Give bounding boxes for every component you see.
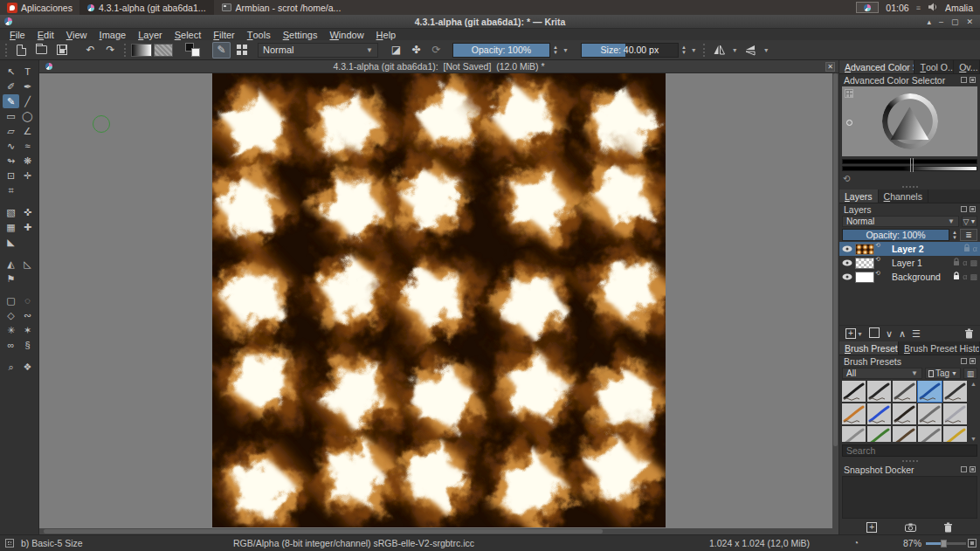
vertical-scrollbar[interactable] xyxy=(832,73,839,528)
brush-preset-5[interactable] xyxy=(943,381,967,402)
layer-visibility-toggle[interactable] xyxy=(842,272,852,282)
brush-preset-14[interactable] xyxy=(918,426,942,442)
color-slider-1[interactable] xyxy=(842,159,977,164)
layers-header[interactable]: Layers xyxy=(839,203,980,215)
zoom-slider[interactable] xyxy=(926,542,966,545)
tool-pattern-edit[interactable]: ▦ xyxy=(3,220,19,234)
layer-row-background[interactable]: ⟲Backgroundα▩ xyxy=(839,270,980,284)
tool-rectangular-select[interactable]: ▢ xyxy=(3,293,19,307)
color-reset-icon[interactable]: ⟲ xyxy=(843,174,850,183)
float-docker-icon[interactable] xyxy=(961,466,967,472)
tool-dynamic-brush[interactable]: ↬ xyxy=(3,154,19,168)
fg-bg-color-button[interactable] xyxy=(183,42,202,59)
brush-preset-4[interactable] xyxy=(918,381,942,402)
shade-button[interactable]: ▴ xyxy=(927,17,931,26)
tool-fill[interactable]: ◣ xyxy=(3,235,19,249)
alpha-lock-icon[interactable]: α xyxy=(963,258,967,267)
save-button[interactable] xyxy=(52,42,71,59)
tool-measure[interactable]: ◺ xyxy=(19,257,36,271)
eraser-mode-button[interactable]: ◪ xyxy=(387,42,405,59)
layer-row-layer-1[interactable]: ⟲Layer 1α▩ xyxy=(839,256,980,270)
tool-similar-color-select[interactable]: ✳ xyxy=(3,323,19,337)
color-selector-wheel[interactable] xyxy=(842,86,977,156)
blending-mode-select[interactable]: Normal ▼ xyxy=(258,43,378,58)
alpha-lock-icon[interactable]: α xyxy=(963,272,967,281)
move-layer-down-button[interactable]: ∨ xyxy=(886,328,893,340)
brush-preset-2[interactable] xyxy=(867,381,891,402)
layer-properties-button[interactable]: ☰ xyxy=(912,328,921,340)
redo-button[interactable]: ↷ xyxy=(101,42,120,59)
tool-transform[interactable]: ⊡ xyxy=(3,169,19,183)
layer-styles-icon[interactable]: ▩ xyxy=(970,272,977,281)
tool-polyline[interactable]: ∠ xyxy=(19,124,36,138)
close-docker-icon[interactable] xyxy=(970,206,976,212)
move-layer-up-button[interactable]: ∧ xyxy=(899,328,906,340)
layer-view-options-button[interactable]: ≣ xyxy=(960,229,977,241)
brush-preset-1[interactable] xyxy=(842,381,866,402)
alpha-lock-icon[interactable]: α xyxy=(973,245,977,253)
float-docker-icon[interactable] xyxy=(961,206,967,212)
tool-elliptical-select[interactable]: ◌ xyxy=(19,293,36,307)
size-spinner[interactable]: ▲▼ xyxy=(680,45,687,55)
brush-preset-7[interactable] xyxy=(867,403,891,424)
layer-filter-button[interactable]: ▽▼ xyxy=(962,216,977,227)
tool-rectangle[interactable]: ▭ xyxy=(3,109,19,123)
tool-ellipse[interactable]: ◯ xyxy=(19,109,36,123)
open-document-button[interactable] xyxy=(32,42,51,59)
menu-item-select[interactable]: Select xyxy=(169,29,208,40)
brush-preset-6[interactable] xyxy=(842,403,866,424)
tab-advanced-color-s-[interactable]: Advanced Color S... xyxy=(839,60,914,73)
minimize-button[interactable]: – xyxy=(939,17,943,26)
toolbar-grip3[interactable] xyxy=(703,44,706,57)
color-selector-settings-icon[interactable] xyxy=(845,89,853,98)
brush-preset-9[interactable] xyxy=(918,403,942,424)
taskbar-window-krita[interactable]: 4.3.1-alpha (git aba6da1... xyxy=(79,0,214,15)
brush-size-slider[interactable]: Size: 40.00 px xyxy=(581,43,679,58)
brush-preset-11[interactable] xyxy=(842,426,866,442)
mirror-vertical-button[interactable] xyxy=(742,42,760,59)
layer-lock-icon[interactable] xyxy=(953,258,960,268)
gradient-chooser-button[interactable] xyxy=(131,42,152,59)
tool-calligraphy[interactable]: ✒ xyxy=(19,79,36,93)
tool-freehand-select[interactable]: ∾ xyxy=(19,308,36,322)
tool-polygon[interactable]: ▱ xyxy=(3,124,19,138)
layer-visibility-toggle[interactable] xyxy=(842,258,852,268)
menu-item-help[interactable]: Help xyxy=(370,29,403,40)
float-docker-icon[interactable] xyxy=(961,358,967,364)
preset-scrollbar[interactable]: ▲▼ xyxy=(970,381,977,442)
float-docker-icon[interactable] xyxy=(961,77,967,83)
taskbar-window-scrot[interactable]: Armbian - scrot /home/a... xyxy=(214,0,349,15)
preset-display-mode-button[interactable]: ▥ xyxy=(963,368,977,379)
menu-item-file[interactable]: File xyxy=(3,29,31,40)
memory-usage-icon[interactable]: ◔ xyxy=(853,538,859,548)
size-dropdown-icon[interactable]: ▼ xyxy=(689,47,699,53)
snapshot-list[interactable] xyxy=(842,476,977,519)
tab-ov-[interactable]: Ov... xyxy=(954,60,980,73)
notifications-icon[interactable]: ≡ xyxy=(916,3,921,12)
reload-preset-button[interactable]: ✤ xyxy=(407,42,425,59)
toolbar-grip[interactable] xyxy=(5,44,8,57)
workspace-chooser-button[interactable] xyxy=(232,42,251,59)
tag-button[interactable]: Tag ▼ xyxy=(925,368,961,379)
canvas-viewport[interactable] xyxy=(39,73,839,528)
opacity-spinner[interactable]: ▲▼ xyxy=(552,45,559,55)
brush-preset-12[interactable] xyxy=(867,426,891,442)
menu-item-tools[interactable]: Tools xyxy=(241,29,277,40)
menu-item-window[interactable]: Window xyxy=(323,29,369,40)
tab-brush-presets[interactable]: Brush Presets xyxy=(839,341,899,355)
tool-bezier-curve[interactable]: ∿ xyxy=(3,139,19,153)
tool-reference-images[interactable]: ⚑ xyxy=(3,272,19,286)
menu-item-edit[interactable]: Edit xyxy=(31,29,60,40)
tool-freehand-brush[interactable]: ✎ xyxy=(3,94,19,108)
new-document-button[interactable] xyxy=(12,42,31,59)
layer-styles-icon[interactable]: ▩ xyxy=(970,258,977,267)
menu-item-filter[interactable]: Filter xyxy=(207,29,240,40)
brush-preset-3[interactable] xyxy=(893,381,916,402)
tool-gradient[interactable]: ▧ xyxy=(3,205,19,219)
layer-visibility-toggle[interactable] xyxy=(842,244,852,254)
horizontal-scrollbar[interactable] xyxy=(39,528,839,534)
canvas-image[interactable] xyxy=(212,73,666,527)
advanced-color-selector-header[interactable]: Advanced Color Selector xyxy=(839,74,980,86)
layer-lock-icon[interactable] xyxy=(963,244,970,254)
brush-preset-15[interactable] xyxy=(943,426,967,442)
